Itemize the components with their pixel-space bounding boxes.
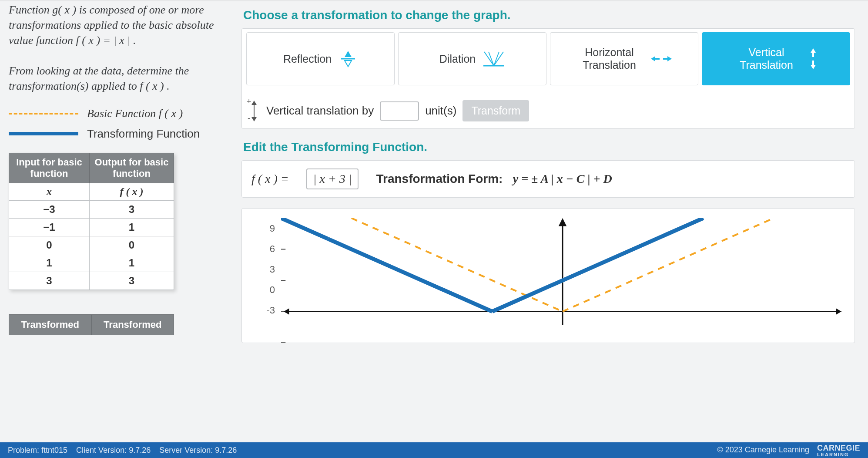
function-expression-input[interactable]: | x + 3 | [306, 168, 359, 189]
plot-area [281, 218, 844, 343]
tab-dilation[interactable]: Dilation [398, 32, 546, 85]
legend-transforming: Transforming Function [9, 127, 228, 141]
table-row: −11 [9, 218, 174, 236]
dashed-line-swatch [9, 113, 78, 114]
transformation-panel: Reflection Dilation [241, 28, 855, 129]
basic-function-table: Input for basic function Output for basi… [9, 153, 174, 290]
brand-logo: CARNEGIE LEARNING [817, 444, 860, 457]
y-axis-ticks: 9 6 3 0 -3 [260, 218, 275, 343]
reflection-icon [338, 49, 358, 68]
table-row: 11 [9, 254, 174, 272]
table-header: Output for basic function [90, 153, 174, 183]
svg-marker-5 [651, 56, 655, 61]
plus-minus-arrow-icon [249, 101, 260, 121]
tab-reflection[interactable]: Reflection [246, 32, 395, 85]
svg-line-25 [328, 239, 492, 312]
footer-server-version: Server Version: 9.7.26 [159, 446, 237, 455]
transformed-table: Transformed Transformed [9, 314, 174, 335]
legend: Basic Function f ( x ) Transforming Func… [9, 107, 228, 141]
table-subheader: x [9, 183, 90, 200]
footer-bar: Problem: fttnt015 Client Version: 9.7.26… [0, 442, 868, 458]
svg-marker-2 [345, 61, 352, 67]
tf-form: y = ± A | x − C | + D [513, 172, 612, 185]
horizontal-arrows-icon [651, 54, 672, 64]
tf-form-label: Transformation Form: [376, 172, 503, 185]
table-row: 00 [9, 236, 174, 254]
tab-label: Vertical Translation [734, 46, 799, 71]
tab-vertical-translation[interactable]: Vertical Translation [702, 32, 850, 85]
table-header: Transformed [91, 314, 174, 335]
tab-horizontal-translation[interactable]: Horizontal Translation [550, 32, 698, 85]
dilation-icon [483, 50, 505, 67]
edit-function-panel: f ( x ) = | x + 3 | Transformation Form:… [241, 160, 855, 198]
footer-client-version: Client Version: 9.7.26 [76, 446, 151, 455]
vertical-translation-controls: Vertical translation by unit(s) Transfor… [246, 97, 850, 124]
edit-title: Edit the Transforming Function. [243, 140, 855, 154]
svg-marker-7 [667, 56, 672, 61]
svg-marker-1 [345, 51, 352, 57]
footer-copyright: © 2023 Carnegie Learning [717, 445, 809, 455]
legend-transforming-label: Transforming Function [87, 127, 200, 141]
footer-problem-id: Problem: fttnt015 [8, 446, 67, 455]
choose-title: Choose a transformation to change the gr… [243, 8, 855, 22]
table-row: 33 [9, 272, 174, 290]
table-subheader: f ( x ) [90, 183, 174, 200]
unit-label: unit(s) [425, 104, 456, 118]
vertical-arrows-icon [808, 48, 818, 69]
fx-label: f ( x ) = [251, 172, 289, 186]
svg-marker-18 [284, 308, 289, 315]
svg-line-26 [492, 218, 703, 312]
svg-marker-9 [811, 48, 816, 53]
legend-basic-label: Basic Function f ( x ) [87, 107, 183, 120]
svg-marker-21 [559, 218, 566, 226]
solid-line-swatch [9, 132, 78, 135]
table-header: Transformed [9, 314, 92, 335]
legend-basic: Basic Function f ( x ) [9, 107, 228, 120]
svg-line-24 [281, 218, 328, 239]
translation-amount-input[interactable] [380, 101, 419, 121]
table-header: Input for basic function [9, 153, 90, 183]
svg-marker-11 [811, 65, 816, 69]
svg-marker-19 [836, 308, 841, 315]
problem-text: Function g( x ) is composed of one or mo… [9, 2, 228, 94]
table-row: −33 [9, 200, 174, 218]
tab-label: Dilation [439, 53, 476, 65]
transform-button[interactable]: Transform [462, 100, 529, 121]
control-label: Vertical translation by [266, 104, 374, 118]
graph-panel: 9 6 3 0 -3 [241, 208, 855, 343]
tab-label: Reflection [283, 53, 332, 65]
tab-label: Horizontal Translation [577, 46, 642, 71]
